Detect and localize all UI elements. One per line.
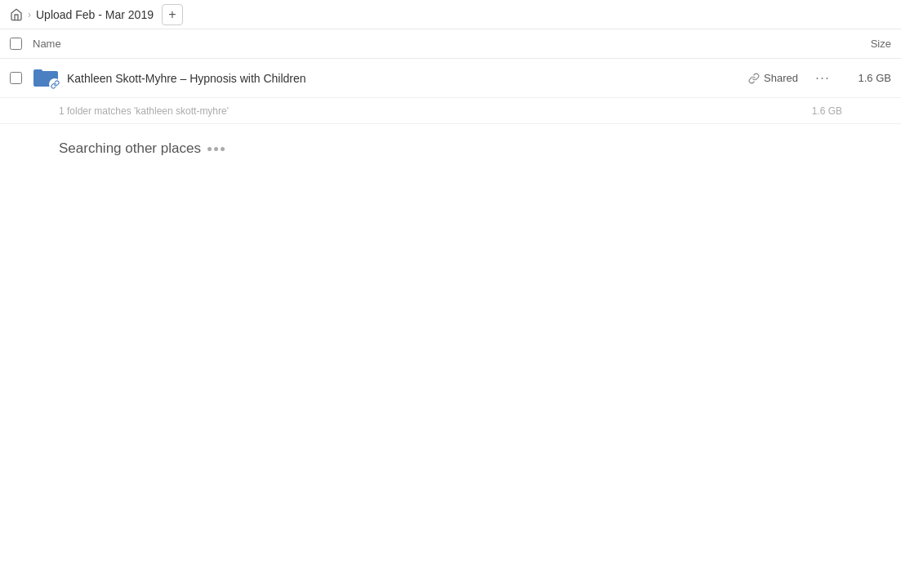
add-button[interactable]: + [162,4,183,25]
breadcrumb-chevron: › [28,9,31,20]
match-info-size: 1.6 GB [793,105,842,117]
searching-text: Searching other places [59,140,201,157]
home-icon[interactable] [10,8,23,21]
column-header: Name Size [0,29,901,59]
shared-text: Shared [764,72,798,84]
searching-label: Searching other places [59,140,842,157]
dot-3 [221,147,225,151]
select-all-checkbox[interactable] [10,38,22,50]
link-overlay-icon [49,78,60,90]
share-link-icon [748,73,760,84]
column-size-header: Size [826,38,891,50]
file-row[interactable]: Kathleen Skott-Myhre – Hypnosis with Chi… [0,59,901,98]
file-checkbox[interactable] [10,72,22,84]
searching-section: Searching other places [0,124,901,173]
dot-1 [207,147,212,151]
column-name-header: Name [33,38,826,50]
svg-rect-1 [33,69,42,75]
file-checkbox-area[interactable] [10,72,33,84]
header-checkbox-area[interactable] [10,38,33,50]
match-info-text: 1 folder matches 'kathleen skott-myhre' [59,105,793,117]
more-options-button[interactable]: ··· [811,67,834,90]
breadcrumb-title: Upload Feb - Mar 2019 [36,8,154,21]
match-info-row: 1 folder matches 'kathleen skott-myhre' … [0,98,901,124]
file-name: Kathleen Skott-Myhre – Hypnosis with Chi… [59,72,748,85]
breadcrumb-bar: › Upload Feb - Mar 2019 + [0,0,901,29]
loading-dots [207,147,225,151]
shared-label-wrap: Shared [748,72,798,84]
folder-icon-wrap [33,67,59,89]
file-size: 1.6 GB [842,72,891,84]
dot-2 [214,147,218,151]
